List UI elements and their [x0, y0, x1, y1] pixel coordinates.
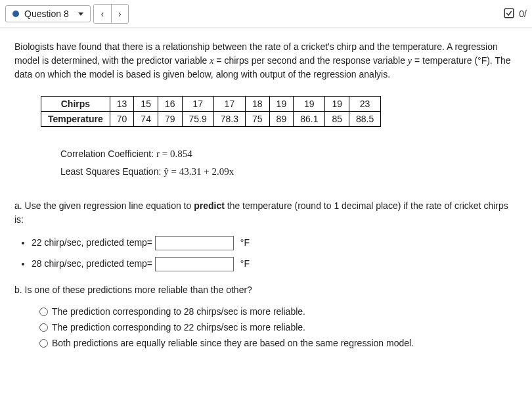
cell: 70	[110, 112, 134, 127]
cell: 79	[158, 112, 182, 127]
chevron-right-icon: ›	[118, 9, 122, 19]
row-label-chirps: Chirps	[41, 97, 110, 112]
cell: 23	[349, 97, 381, 112]
unit-22: °F	[240, 237, 250, 248]
part-b-prompt: b. Is one of these predictions more reli…	[14, 283, 518, 297]
top-toolbar: Question 8 ‹ › 0/	[0, 0, 532, 28]
cell: 17	[182, 97, 213, 112]
toolbar-left-group: Question 8 ‹ ›	[5, 4, 129, 24]
radio-label: Both predictions are equally reliable si…	[52, 338, 414, 348]
table-row-chirps: Chirps 13 15 16 17 17 18 19 19 19 23	[41, 97, 381, 112]
input-label-22: 22 chirp/sec, predicted temp=	[32, 237, 152, 248]
part-a-predict-word: predict	[194, 200, 225, 211]
radio-label: The prediction corresponding to 28 chirp…	[52, 306, 305, 317]
cell: 17	[213, 97, 245, 112]
radio-option-22-more-reliable[interactable]: The prediction corresponding to 22 chirp…	[39, 322, 518, 332]
predicted-temp-28-input[interactable]	[155, 257, 234, 271]
cell: 15	[134, 97, 158, 112]
intro-text-2: = chirps per second and the response var…	[213, 55, 407, 66]
cell: 75.9	[182, 112, 213, 127]
cell: 74	[134, 112, 158, 127]
radio-icon	[39, 308, 48, 316]
corr-label: Correlation Coefficient:	[60, 149, 156, 159]
cell: 19	[294, 97, 325, 112]
cell: 88.5	[349, 112, 381, 127]
tries-remaining: 0/	[503, 7, 527, 21]
svg-rect-0	[505, 9, 514, 18]
lsq-equation: ŷ = 43.31 + 2.09x	[164, 166, 234, 177]
input-label-28: 28 chirp/sec, predicted temp=	[32, 258, 152, 269]
radio-icon	[39, 323, 48, 332]
input-item-22: 22 chirp/sec, predicted temp= °F	[32, 236, 518, 250]
cell: 89	[269, 112, 294, 127]
cell: 18	[246, 97, 270, 112]
tries-check-icon	[503, 7, 515, 21]
unit-28: °F	[240, 258, 250, 269]
data-table: Chirps 13 15 16 17 17 18 19 19 19 23 Tem…	[41, 96, 381, 127]
part-a-prompt: a. Use the given regression line equatio…	[14, 199, 518, 227]
status-dot-icon	[12, 11, 19, 17]
cell: 85	[325, 112, 349, 127]
chevron-left-icon: ‹	[100, 9, 104, 19]
cell: 13	[110, 97, 134, 112]
corr-equation: r = 0.854	[156, 149, 192, 159]
row-label-temperature: Temperature	[41, 112, 110, 127]
cell: 19	[269, 97, 294, 112]
next-question-button[interactable]: ›	[111, 5, 128, 23]
part-a-inputs: 22 chirp/sec, predicted temp= °F 28 chir…	[32, 236, 518, 271]
cell: 16	[158, 97, 182, 112]
predicted-temp-22-input[interactable]	[155, 236, 234, 250]
cell: 86.1	[294, 112, 325, 127]
cell: 75	[246, 112, 270, 127]
question-selector[interactable]: Question 8	[5, 5, 91, 22]
part-b-options: The prediction corresponding to 28 chirp…	[39, 306, 518, 348]
tries-count: 0/	[519, 9, 527, 19]
question-nav-group: ‹ ›	[93, 4, 129, 24]
intro-paragraph: Biologists have found that there is a re…	[14, 40, 518, 81]
radio-option-equally-reliable[interactable]: Both predictions are equally reliable si…	[39, 338, 518, 348]
chevron-down-icon	[78, 12, 83, 16]
cell: 19	[325, 97, 349, 112]
question-content: Biologists have found that there is a re…	[0, 28, 532, 365]
prev-question-button[interactable]: ‹	[94, 5, 111, 23]
radio-label: The prediction corresponding to 22 chirp…	[52, 322, 305, 332]
cell: 78.3	[213, 112, 245, 127]
input-item-28: 28 chirp/sec, predicted temp= °F	[32, 257, 518, 271]
radio-icon	[39, 339, 48, 348]
least-squares-line: Least Squares Equation: ŷ = 43.31 + 2.09…	[60, 163, 518, 181]
radio-option-28-more-reliable[interactable]: The prediction corresponding to 28 chirp…	[39, 306, 518, 317]
question-label: Question 8	[24, 9, 69, 19]
regression-output: Correlation Coefficient: r = 0.854 Least…	[60, 145, 518, 181]
table-row-temperature: Temperature 70 74 79 75.9 78.3 75 89 86.…	[41, 112, 381, 127]
correlation-line: Correlation Coefficient: r = 0.854	[60, 145, 518, 163]
part-a-text-1: a. Use the given regression line equatio…	[14, 200, 194, 211]
lsq-label: Least Squares Equation:	[60, 166, 164, 177]
